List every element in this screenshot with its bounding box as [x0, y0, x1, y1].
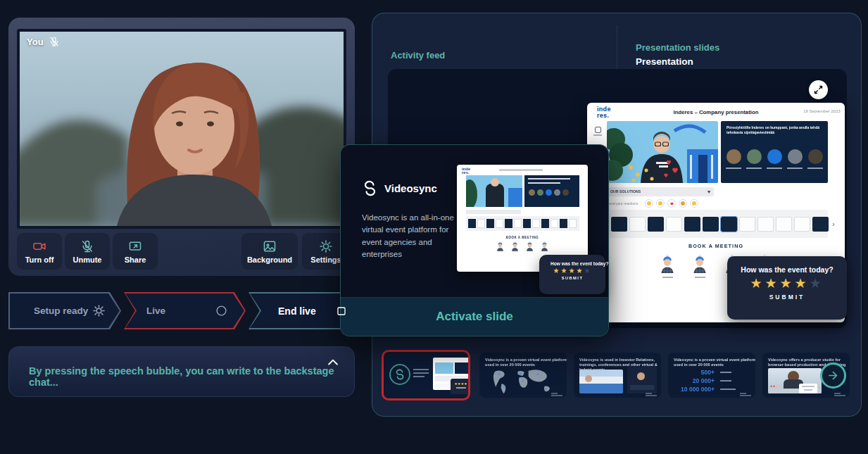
tab-activity-feed[interactable]: Activity feed: [391, 50, 445, 61]
reaction-emoji: [679, 199, 687, 208]
videosync-mark: [551, 392, 562, 395]
slide-speaker-video: [607, 121, 718, 183]
thumbnail-screenshot: [579, 370, 623, 393]
video-controls-bar: Turn off Unmute Share Background Setting…: [8, 233, 355, 270]
mic-muted-icon: [80, 239, 94, 253]
presentation-slides-label: Presentation slides: [636, 42, 719, 53]
camera-icon: [32, 239, 46, 253]
slide-thumbnail-selected[interactable]: ●●●●: [382, 350, 470, 401]
expand-preview-button[interactable]: [809, 80, 828, 99]
thumbnail-screenshot: [627, 367, 657, 393]
setup-ready-label: Setup ready: [34, 305, 88, 316]
event-rating-widget: How was the event today? ★★★★★ SUBMIT: [727, 256, 847, 320]
unmute-button[interactable]: Unmute: [65, 233, 110, 270]
broadcast-stepper: Setup ready Live End live: [8, 292, 369, 329]
self-label: You: [27, 36, 60, 47]
book-a-meeting-title: BOOK A MEETING: [490, 236, 555, 239]
star-rating: ★★★★★: [539, 267, 605, 275]
live-label: Live: [146, 305, 165, 316]
slide-activation-popup: Videosync Videosync is an all-in-one vir…: [340, 144, 609, 336]
meeting-avatars-row: [457, 241, 588, 251]
tab-divider: [617, 25, 617, 73]
thumbnail-card: [799, 384, 817, 393]
brand-name: Videosync: [384, 182, 437, 194]
screen-share-icon: [128, 239, 142, 253]
activate-slide-label: Activate slide: [436, 310, 513, 324]
background-label: Background: [247, 256, 292, 264]
gear-icon: [92, 304, 106, 317]
image-icon: [263, 239, 277, 253]
self-video-preview: You: [17, 29, 346, 229]
videosync-mark: [740, 392, 751, 395]
inderes-logo: inderes.: [597, 106, 611, 118]
book-a-meeting-title: BOOK A MEETING: [623, 244, 809, 249]
slide-solutions-bar: OUR SOLUTIONS▾: [607, 187, 714, 196]
slide-thumbnail[interactable]: Videosync is used in Investor Relations,…: [574, 353, 661, 398]
slide-description: Videosync is an all-in-one virtual event…: [362, 212, 462, 260]
share-screen-button[interactable]: Share: [113, 233, 158, 270]
thumbnail-rating-card: ●●●●: [451, 379, 470, 394]
settings-label: Settings: [310, 256, 341, 264]
broadcast-studio-screen: You Turn off Unmute Share Background: [0, 0, 868, 454]
slide-event-date: 19 September 2023: [803, 109, 841, 114]
turn-off-label: Turn off: [25, 256, 54, 264]
stop-square-icon: [336, 305, 347, 317]
rating-question: How was the event today?: [551, 261, 594, 266]
reaction-emoji: [690, 199, 698, 208]
presentation-name: Presentation: [636, 56, 719, 67]
slide-thumbnail[interactable]: Videosync is a proven virtual event plat…: [668, 353, 755, 398]
avatar: [659, 253, 676, 278]
avatar: [691, 253, 708, 278]
popup-rating-widget: How was the event today? ★★★★★ SUBMIT: [539, 255, 605, 294]
slide-event-title: Inderes – Company presentation: [674, 109, 759, 115]
self-video-panel: You Turn off Unmute Share Background: [8, 18, 355, 276]
reaction-emoji: [645, 199, 653, 208]
circle-icon: [215, 305, 227, 317]
backstage-chat-hint[interactable]: By pressing the speech bubble, you can w…: [8, 346, 355, 397]
slide-preview-filmstrip: ›: [607, 210, 828, 238]
unmute-label: Unmute: [73, 256, 102, 264]
mic-muted-icon: [49, 36, 60, 47]
rating-submit-label: SUBMIT: [727, 294, 847, 301]
self-video-feed: [20, 32, 344, 226]
videosync-logo-ring: [389, 364, 410, 385]
self-label-text: You: [27, 37, 44, 47]
stepper-step-setup-ready[interactable]: Setup ready: [8, 292, 121, 329]
star-rating: ★★★★★: [727, 277, 847, 291]
slide-content-panel: Pörssiyhtiöille Inderes on kumppani, jon…: [721, 121, 828, 183]
share-label: Share: [125, 256, 146, 264]
stepper-step-live[interactable]: Live: [124, 292, 246, 329]
activate-slide-button[interactable]: Activate slide: [341, 297, 608, 336]
videosync-mark: [834, 392, 845, 395]
slide-sidebar-item: [593, 127, 603, 136]
stepper-step-end-live[interactable]: End live: [249, 292, 367, 329]
tab-presentation-slides[interactable]: Presentation slides Presentation: [636, 42, 719, 67]
slide-heading: Pörssiyhtiöille Inderes on kumppani, jon…: [727, 125, 828, 134]
videosync-brand: Videosync: [362, 180, 437, 196]
rating-question: How was the event today?: [727, 265, 847, 274]
expand-icon: [813, 84, 824, 95]
gear-icon: [319, 239, 333, 253]
videosync-mark: [646, 392, 657, 395]
rating-submit-label: SUBMIT: [548, 276, 596, 280]
end-live-label: End live: [278, 305, 316, 317]
slide-thumbnail[interactable]: Videosync is a proven virtual event plat…: [479, 353, 567, 398]
reaction-emoji-heart: [667, 199, 676, 208]
reaction-emoji: [656, 199, 665, 208]
chevron-up-icon[interactable]: [326, 355, 340, 370]
reactions-label: Send your reactions: [607, 201, 624, 206]
turn-off-camera-button[interactable]: Turn off: [17, 233, 62, 270]
popup-slide-video: [466, 175, 522, 207]
slide-reactions-row: Send your reactions: [607, 199, 698, 208]
background-button[interactable]: Background: [241, 233, 298, 270]
videosync-s-logo: [362, 180, 378, 196]
popup-slide-content: [524, 175, 579, 207]
chat-hint-text: By pressing the speech bubble, you can w…: [29, 365, 354, 388]
arrow-right-icon: [827, 370, 839, 382]
thumbnails-next-button[interactable]: [820, 362, 846, 389]
